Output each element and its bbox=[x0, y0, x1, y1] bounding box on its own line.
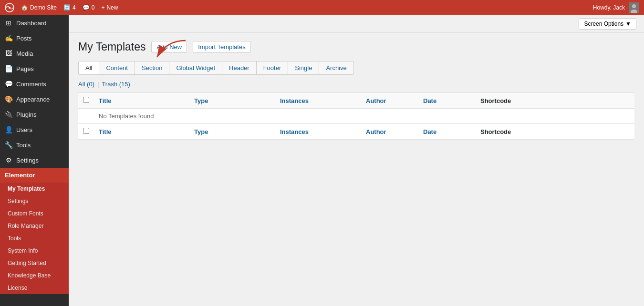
users-icon: 👤 bbox=[5, 126, 12, 133]
appearance-icon: 🎨 bbox=[5, 95, 12, 103]
sidebar-item-posts[interactable]: ✍ Posts bbox=[0, 31, 69, 46]
content-area: Screen Options ▼ My Templates Add New Im… bbox=[69, 15, 644, 306]
tab-global-widget[interactable]: Global Widget bbox=[169, 61, 222, 74]
trash-filter-link[interactable]: Trash (15) bbox=[102, 81, 130, 88]
no-results-row: No Templates found bbox=[78, 109, 634, 124]
house-icon: 🏠 bbox=[21, 4, 28, 11]
footer-col-type: Type bbox=[189, 124, 275, 140]
templates-table: Title Type Instances Author Date bbox=[78, 92, 634, 140]
sort-title-link[interactable]: Title bbox=[99, 97, 112, 104]
select-all-col bbox=[78, 93, 94, 109]
no-results-message: No Templates found bbox=[94, 109, 634, 124]
tools-icon: 🔧 bbox=[5, 141, 12, 149]
tab-header[interactable]: Header bbox=[222, 61, 257, 74]
footer-sort-type-link[interactable]: Type bbox=[194, 128, 208, 135]
import-templates-button[interactable]: Import Templates bbox=[193, 41, 250, 53]
sidebar-item-appearance[interactable]: 🎨 Appearance bbox=[0, 92, 69, 107]
tab-all[interactable]: All bbox=[79, 61, 99, 74]
comments-icon: 💬 bbox=[5, 80, 12, 88]
user-info: Howdy, Jack bbox=[593, 2, 639, 13]
footer-select-all-checkbox[interactable] bbox=[83, 128, 89, 134]
pages-icon: 📄 bbox=[5, 65, 12, 72]
sort-instances-link[interactable]: Instances bbox=[280, 97, 309, 104]
plugins-icon: 🔌 bbox=[5, 111, 12, 118]
media-icon: 🖼 bbox=[5, 50, 12, 57]
sidebar-item-custom-fonts[interactable]: Custom Fonts bbox=[0, 207, 69, 220]
table-header-row: Title Type Instances Author Date bbox=[78, 93, 634, 109]
comments-button[interactable]: 💬 0 bbox=[83, 4, 95, 11]
sidebar-item-system-info[interactable]: System Info bbox=[0, 245, 69, 257]
col-header-title: Title bbox=[94, 93, 189, 109]
filter-tabs: All Content Section Global Widget Header… bbox=[78, 61, 354, 75]
footer-sort-instances-link[interactable]: Instances bbox=[280, 128, 309, 135]
table-footer-row: Title Type Instances Author Date bbox=[78, 124, 634, 140]
comments-icon: 💬 bbox=[83, 4, 90, 11]
sort-author-link[interactable]: Author bbox=[366, 97, 386, 104]
select-all-checkbox[interactable] bbox=[83, 97, 89, 103]
sidebar-item-role-manager[interactable]: Role Manager bbox=[0, 220, 69, 232]
sidebar-item-plugins[interactable]: 🔌 Plugins bbox=[0, 107, 69, 122]
tab-section[interactable]: Section bbox=[135, 61, 169, 74]
col-header-instances: Instances bbox=[275, 93, 361, 109]
sidebar-item-tools[interactable]: 🔧 Tools bbox=[0, 137, 69, 153]
dashboard-icon: ⊞ bbox=[5, 19, 12, 27]
page-header: My Templates Add New Import Templates bbox=[78, 41, 634, 53]
all-filter-link[interactable]: All (0) bbox=[78, 81, 94, 88]
footer-sort-date-link[interactable]: Date bbox=[423, 128, 436, 135]
bulk-actions-row: All (0) | Trash (15) bbox=[78, 81, 634, 88]
page-title: My Templates bbox=[78, 41, 145, 53]
col-header-type: Type bbox=[189, 93, 275, 109]
tab-archive[interactable]: Archive bbox=[319, 61, 353, 74]
screen-options-button[interactable]: Screen Options ▼ bbox=[579, 18, 636, 30]
svg-point-1 bbox=[9, 7, 10, 9]
tab-content[interactable]: Content bbox=[99, 61, 135, 74]
footer-col-instances: Instances bbox=[275, 124, 361, 140]
sort-type-link[interactable]: Type bbox=[194, 97, 208, 104]
sidebar-item-dashboard[interactable]: ⊞ Dashboard bbox=[0, 15, 69, 31]
chevron-down-icon: ▼ bbox=[625, 20, 631, 27]
footer-col-date: Date bbox=[418, 124, 476, 140]
wp-logo-button[interactable] bbox=[5, 3, 14, 12]
col-header-date: Date bbox=[418, 93, 476, 109]
sidebar-item-users[interactable]: 👤 Users bbox=[0, 122, 69, 137]
updates-icon: 🔄 bbox=[63, 4, 71, 11]
sidebar: ⊞ Dashboard ✍ Posts 🖼 Media 📄 Pages 💬 Co… bbox=[0, 15, 69, 306]
sidebar-item-knowledge-base[interactable]: Knowledge Base bbox=[0, 269, 69, 282]
arrow-annotation bbox=[152, 38, 190, 63]
sidebar-item-license[interactable]: License bbox=[0, 282, 69, 294]
footer-col-shortcode: Shortcode bbox=[476, 124, 634, 140]
footer-select-all-col bbox=[78, 124, 94, 140]
posts-icon: ✍ bbox=[5, 34, 12, 42]
footer-sort-author-link[interactable]: Author bbox=[366, 128, 386, 135]
footer-col-title: Title bbox=[94, 124, 189, 140]
sidebar-item-getting-started[interactable]: Getting Started bbox=[0, 257, 69, 269]
screen-options-bar: Screen Options ▼ bbox=[69, 15, 644, 33]
no-results-checkbox-cell bbox=[78, 109, 94, 124]
admin-bar: 🏠 Demo Site 🔄 4 💬 0 + New Howdy, Jack bbox=[0, 0, 644, 15]
updates-button[interactable]: 🔄 4 bbox=[63, 4, 76, 11]
col-header-author: Author bbox=[361, 93, 418, 109]
site-name-button[interactable]: 🏠 Demo Site bbox=[21, 4, 57, 11]
svg-point-3 bbox=[632, 4, 636, 8]
elementor-menu: Elementor My Templates Settings Custom F… bbox=[0, 168, 69, 294]
bulk-separator: | bbox=[97, 81, 99, 88]
settings-icon: ⚙ bbox=[5, 156, 12, 164]
tab-footer[interactable]: Footer bbox=[257, 61, 289, 74]
footer-sort-title-link[interactable]: Title bbox=[99, 128, 112, 135]
sidebar-item-elementor-settings[interactable]: Settings bbox=[0, 195, 69, 207]
tab-single[interactable]: Single bbox=[288, 61, 319, 74]
footer-col-author: Author bbox=[361, 124, 418, 140]
sort-date-link[interactable]: Date bbox=[423, 97, 436, 104]
sidebar-item-elementor-tools[interactable]: Tools bbox=[0, 232, 69, 245]
new-content-button[interactable]: + New bbox=[101, 4, 118, 11]
main-menu: ⊞ Dashboard ✍ Posts 🖼 Media 📄 Pages 💬 Co… bbox=[0, 15, 69, 168]
elementor-menu-header[interactable]: Elementor bbox=[0, 168, 69, 183]
sidebar-item-pages[interactable]: 📄 Pages bbox=[0, 61, 69, 76]
user-avatar[interactable] bbox=[629, 2, 639, 13]
sidebar-item-media[interactable]: 🖼 Media bbox=[0, 46, 69, 61]
sidebar-item-comments[interactable]: 💬 Comments bbox=[0, 76, 69, 92]
col-header-shortcode: Shortcode bbox=[476, 93, 634, 109]
sidebar-item-settings[interactable]: ⚙ Settings bbox=[0, 153, 69, 168]
sidebar-item-my-templates[interactable]: My Templates bbox=[0, 183, 69, 195]
page-content: My Templates Add New Import Templates bbox=[69, 33, 644, 306]
